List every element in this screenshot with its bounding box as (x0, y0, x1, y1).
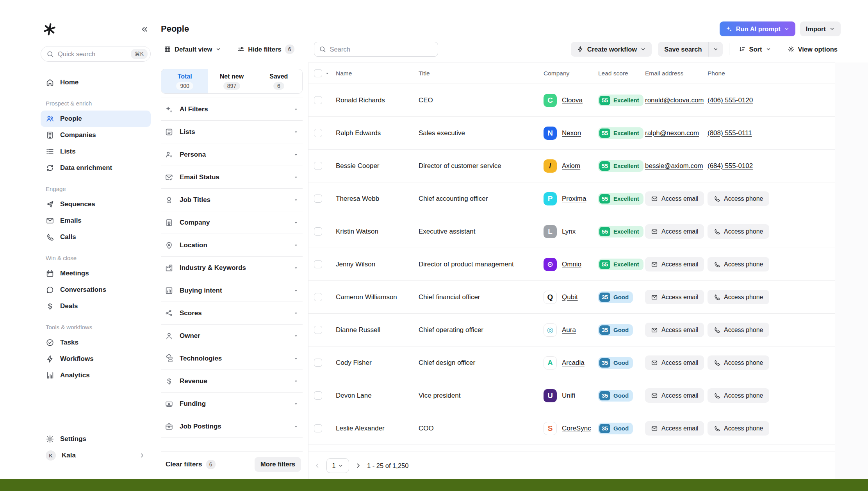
access-phone-button[interactable]: Access phone (708, 191, 769, 206)
access-phone-button[interactable]: Access phone (708, 388, 769, 403)
row-checkbox[interactable] (314, 227, 322, 236)
row-checkbox[interactable] (314, 260, 322, 268)
import-button[interactable]: Import (800, 21, 841, 36)
access-email-button[interactable]: Access email (645, 191, 704, 206)
company-link[interactable]: Arcadia (562, 359, 585, 367)
row-checkbox[interactable] (314, 162, 322, 170)
company-link[interactable]: Axiom (562, 162, 580, 170)
filter-row-scores[interactable]: Scores (161, 302, 303, 325)
sidebar-item-meetings[interactable]: Meetings (41, 265, 151, 282)
email-link[interactable]: ronald@cloova.com (645, 96, 704, 104)
sidebar-item-deals[interactable]: Deals (41, 298, 151, 314)
filter-row-job-titles[interactable]: Job Titles (161, 189, 303, 211)
access-phone-button[interactable]: Access phone (708, 323, 769, 337)
collapse-sidebar-icon[interactable] (140, 25, 149, 34)
sidebar-item-companies[interactable]: Companies (41, 127, 151, 143)
email-link[interactable]: ralph@nexon.com (645, 129, 699, 137)
sidebar-item-analytics[interactable]: Analytics (41, 367, 151, 384)
row-checkbox[interactable] (314, 129, 322, 137)
access-email-button[interactable]: Access email (645, 224, 704, 239)
company-link[interactable]: Lynx (562, 228, 576, 236)
sidebar-item-people[interactable]: People (41, 111, 151, 127)
phone-link[interactable]: (406) 555-0120 (708, 96, 753, 104)
people-table: NameTitleCompanyLead scoreEmail addressP… (308, 62, 835, 479)
access-phone-button[interactable]: Access phone (708, 257, 769, 271)
filter-row-job-postings[interactable]: Job Postings (161, 415, 303, 438)
run-ai-prompt-button[interactable]: Run AI prompt (720, 21, 795, 36)
row-checkbox[interactable] (314, 293, 322, 301)
sidebar-item-kala[interactable]: KKala (41, 447, 151, 464)
search-input[interactable] (330, 46, 433, 53)
sidebar-item-lists[interactable]: Lists (41, 143, 151, 160)
company-link[interactable]: Proxima (562, 195, 586, 203)
page-selector[interactable]: 1 (326, 458, 349, 473)
filter-row-buying-intent[interactable]: Buying intent (161, 279, 303, 302)
filter-row-persona[interactable]: Persona (161, 143, 303, 166)
access-email-button[interactable]: Access email (645, 355, 704, 370)
create-workflow-button[interactable]: Create workflow (571, 42, 652, 57)
access-phone-button[interactable]: Access phone (708, 421, 769, 436)
sidebar-item-conversations[interactable]: Conversations (41, 282, 151, 298)
default-view-button[interactable]: Default view (161, 42, 224, 57)
company-link[interactable]: Cloova (562, 96, 583, 104)
tab-total[interactable]: Total900 (161, 69, 208, 93)
row-checkbox[interactable] (314, 359, 322, 367)
previous-page-icon[interactable] (314, 462, 321, 469)
save-search-menu-button[interactable] (708, 42, 723, 57)
filter-row-location[interactable]: Location (161, 234, 303, 257)
quick-search[interactable]: Quick search ⌘K (41, 46, 151, 62)
company-link[interactable]: Qubit (562, 293, 578, 301)
filter-row-company[interactable]: Company (161, 211, 303, 234)
phone-link[interactable]: (684) 555-0102 (708, 162, 753, 170)
filter-row-technologies[interactable]: Technologies (161, 347, 303, 370)
clear-filters-button[interactable]: Clear filters 6 (166, 460, 216, 469)
select-all-checkbox[interactable] (314, 69, 322, 77)
sort-button[interactable]: Sort (736, 42, 774, 57)
more-filters-button[interactable]: More filters (255, 457, 301, 472)
company-link[interactable]: Omnio (562, 261, 581, 268)
hide-filters-button[interactable]: Hide filters 6 (234, 42, 297, 57)
company-logo-unifi: U (544, 389, 557, 402)
filter-row-funding[interactable]: Funding (161, 393, 303, 415)
row-checkbox[interactable] (314, 195, 322, 203)
access-email-button[interactable]: Access email (645, 290, 704, 304)
access-phone-button[interactable]: Access phone (708, 224, 769, 239)
sidebar-item-emails[interactable]: Emails (41, 212, 151, 229)
toolbar-right: Create workflow Save search (571, 42, 841, 57)
sparkles-icon (165, 105, 173, 114)
row-checkbox[interactable] (314, 96, 322, 104)
access-email-button[interactable]: Access email (645, 257, 704, 271)
filter-row-lists[interactable]: Lists (161, 121, 303, 143)
filter-row-revenue[interactable]: Revenue (161, 370, 303, 393)
company-link[interactable]: Nexon (562, 129, 581, 137)
sidebar-item-home[interactable]: Home (41, 74, 151, 91)
company-link[interactable]: Aura (562, 326, 576, 334)
email-link[interactable]: bessie@axiom.com (645, 162, 703, 170)
sidebar-item-settings[interactable]: Settings (41, 431, 151, 447)
sidebar-item-calls[interactable]: Calls (41, 229, 151, 245)
access-email-button[interactable]: Access email (645, 421, 704, 436)
row-checkbox[interactable] (314, 391, 322, 400)
filter-row-industry-keywords[interactable]: Industry & Keywords (161, 257, 303, 279)
sidebar-item-sequences[interactable]: Sequences (41, 196, 151, 212)
sidebar-item-data-enrichment[interactable]: Data enrichment (41, 160, 151, 176)
tab-net-new[interactable]: Net new897 (208, 69, 255, 93)
access-email-button[interactable]: Access email (645, 388, 704, 403)
save-search-button[interactable]: Save search (658, 42, 708, 57)
next-page-icon[interactable] (355, 462, 362, 469)
phone-link[interactable]: (808) 555-0111 (708, 129, 752, 137)
sidebar-item-workflows[interactable]: Workflows (41, 351, 151, 367)
company-link[interactable]: CoreSync (562, 425, 591, 432)
access-email-button[interactable]: Access email (645, 323, 704, 337)
filter-row-email-status[interactable]: Email Status (161, 166, 303, 189)
row-checkbox[interactable] (314, 424, 322, 432)
view-options-button[interactable]: View options (784, 42, 841, 57)
company-link[interactable]: Unifi (562, 392, 575, 400)
filter-row-ai-filters[interactable]: AI Filters (161, 98, 303, 121)
sidebar-item-tasks[interactable]: Tasks (41, 334, 151, 351)
filter-row-owner[interactable]: Owner (161, 325, 303, 347)
access-phone-button[interactable]: Access phone (708, 290, 769, 304)
access-phone-button[interactable]: Access phone (708, 355, 769, 370)
row-checkbox[interactable] (314, 326, 322, 334)
tab-saved[interactable]: Saved6 (255, 69, 302, 93)
